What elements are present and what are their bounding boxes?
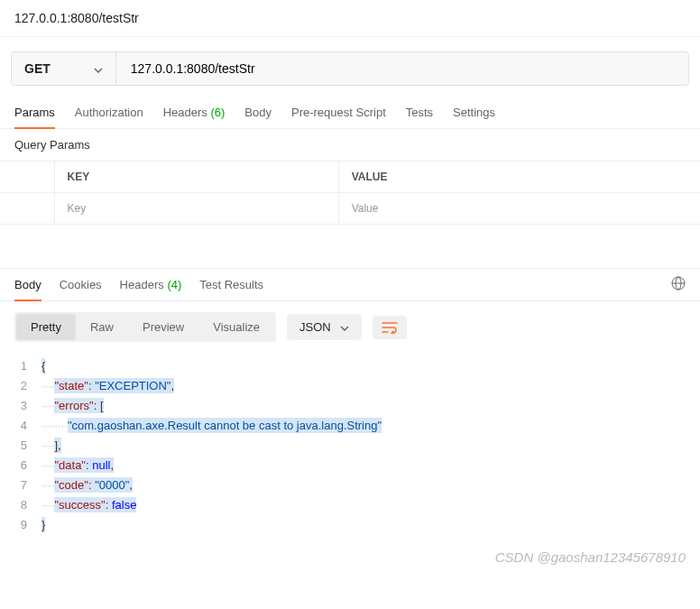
code-line: 5····], [14, 436, 686, 456]
url-input[interactable] [116, 52, 688, 85]
view-preview[interactable]: Preview [128, 314, 198, 340]
tab-tests[interactable]: Tests [406, 98, 433, 128]
tab-settings[interactable]: Settings [453, 98, 495, 128]
code-line: 1{ [14, 356, 686, 376]
checkbox-col-header [0, 161, 54, 193]
tab-prerequest[interactable]: Pre-request Script [291, 98, 386, 128]
view-raw[interactable]: Raw [76, 314, 128, 340]
code-line: 3····"errors": [ [14, 396, 686, 416]
chevron-down-icon [340, 320, 349, 334]
tab-headers-label: Headers [163, 106, 207, 119]
view-pretty[interactable]: Pretty [16, 314, 76, 340]
request-tabs: Params Authorization Headers (6) Body Pr… [0, 98, 700, 129]
code-line: 6····"data": null, [14, 456, 686, 475]
body-type-value: JSON [299, 320, 331, 334]
resp-tab-test-results[interactable]: Test Results [199, 269, 263, 300]
tab-params[interactable]: Params [14, 98, 55, 128]
code-line: 4········"com.gaoshan.axe.Result cannot … [14, 416, 686, 436]
view-mode-group: Pretty Raw Preview Visualize [14, 312, 276, 342]
wrap-lines-button[interactable] [373, 316, 407, 339]
globe-icon[interactable] [671, 276, 686, 293]
key-cell[interactable]: Key [54, 193, 338, 225]
key-col-header: KEY [54, 161, 338, 193]
checkbox-cell[interactable] [0, 193, 54, 225]
resp-tab-headers[interactable]: Headers (4) [120, 269, 182, 300]
request-bar: GET [11, 51, 689, 86]
view-visualize[interactable]: Visualize [198, 314, 274, 340]
value-cell[interactable]: Value [338, 193, 700, 225]
query-params-table: KEY VALUE Key Value [0, 161, 700, 225]
chevron-down-icon [94, 61, 103, 76]
http-method-value: GET [24, 61, 51, 76]
tab-headers[interactable]: Headers (6) [163, 98, 226, 128]
request-title: 127.0.0.1:8080/testStr [0, 0, 700, 37]
code-line: 2····"state": "EXCEPTION", [14, 376, 686, 396]
resp-tab-headers-label: Headers [120, 278, 164, 291]
param-row-empty[interactable]: Key Value [0, 193, 700, 225]
tab-authorization[interactable]: Authorization [75, 98, 143, 128]
tab-body[interactable]: Body [244, 98, 272, 128]
watermark: CSDN @gaoshan12345678910 [0, 549, 700, 570]
body-type-select[interactable]: JSON [287, 314, 362, 340]
response-toolbar: Pretty Raw Preview Visualize JSON [0, 301, 700, 353]
resp-tab-cookies[interactable]: Cookies [60, 269, 102, 300]
code-line: 9} [14, 515, 686, 535]
code-line: 8····"success": false [14, 495, 686, 515]
response-body-code[interactable]: 1{2····"state": "EXCEPTION",3····"errors… [0, 353, 700, 549]
code-line: 7····"code": "0000", [14, 475, 686, 495]
value-col-header: VALUE [338, 161, 700, 193]
query-params-heading: Query Params [0, 129, 700, 161]
response-header: Body Cookies Headers (4) Test Results [0, 268, 700, 301]
resp-tab-headers-count: (4) [167, 278, 181, 291]
tab-headers-count: (6) [210, 106, 225, 119]
resp-tab-body[interactable]: Body [14, 269, 41, 300]
http-method-select[interactable]: GET [12, 52, 116, 85]
response-tabs: Body Cookies Headers (4) Test Results [14, 269, 263, 300]
